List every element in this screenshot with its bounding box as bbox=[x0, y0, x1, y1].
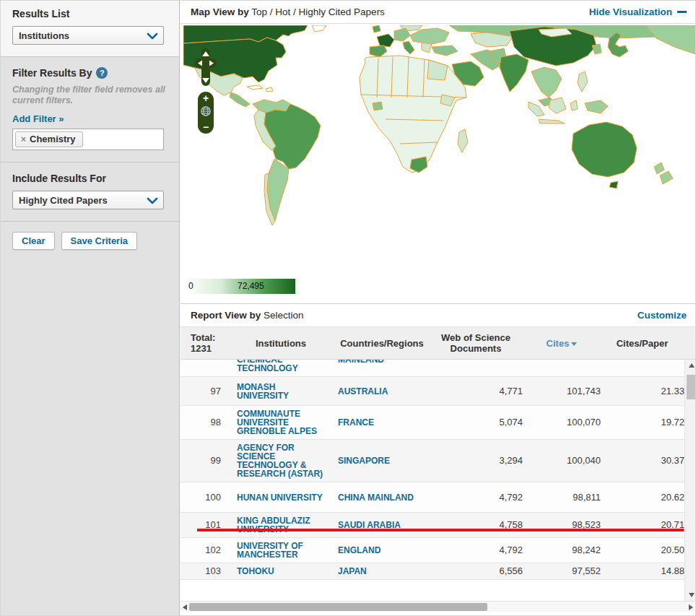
scroll-down-button[interactable] bbox=[685, 589, 696, 601]
results-list-selected-value: Institutions bbox=[19, 30, 69, 41]
include-results-section: Include Results For Highly Cited Papers bbox=[1, 162, 179, 221]
country-link[interactable]: MAINLAND bbox=[335, 360, 429, 364]
map-color-scale-legend: 0 72,495 bbox=[186, 279, 295, 294]
map-zoom-control[interactable]: + − bbox=[198, 92, 214, 134]
cites-paper-cell: 20.50 bbox=[601, 546, 684, 555]
country-link[interactable]: AUSTRALIA bbox=[335, 387, 429, 396]
country-link[interactable]: SINGAPORE bbox=[335, 456, 429, 465]
map-pan-control[interactable] bbox=[195, 48, 217, 86]
rank-cell: 103 bbox=[180, 567, 227, 576]
rank-cell: 100 bbox=[180, 493, 227, 502]
globe-icon[interactable] bbox=[200, 105, 212, 120]
country-link[interactable]: CHINA MAINLAND bbox=[335, 493, 429, 502]
table-header-row: Total: 1231 Institutions Countries/Regio… bbox=[180, 326, 696, 360]
cites-cell: 98,811 bbox=[523, 493, 601, 502]
column-wos-documents: Web of Science Documents bbox=[429, 332, 523, 354]
vertical-scrollbar-thumb[interactable] bbox=[687, 375, 696, 399]
institution-link[interactable]: COMMUNAUTE UNIVERSITE GRENOBLE ALPES bbox=[227, 409, 335, 435]
filter-tag-label: Chemistry bbox=[30, 134, 76, 144]
institution-link[interactable]: CHEMICAL TECHNOLOGY bbox=[227, 360, 335, 373]
continent-africa[interactable] bbox=[360, 56, 468, 173]
docs-cell: 5,074 bbox=[429, 418, 523, 427]
country-link[interactable]: ENGLAND bbox=[335, 546, 429, 555]
rank-cell: 99 bbox=[180, 456, 227, 465]
institution-link[interactable]: TOHOKU bbox=[227, 567, 335, 576]
cites-paper-cell: 21.33 bbox=[601, 387, 684, 396]
zoom-out-button[interactable]: − bbox=[203, 123, 209, 131]
filter-tags-box[interactable]: × Chemistry bbox=[12, 129, 164, 150]
column-institutions: Institutions bbox=[227, 338, 335, 349]
cites-paper-cell: 14.88 bbox=[601, 567, 684, 576]
sidebar-buttons: Clear Save Criteria bbox=[1, 222, 179, 260]
continent-oceania[interactable] bbox=[572, 122, 673, 188]
cites-cell: 101,743 bbox=[523, 387, 601, 396]
world-choropleth-map[interactable] bbox=[183, 25, 696, 271]
column-cites-sort[interactable]: Cites bbox=[523, 338, 601, 349]
customize-link[interactable]: Customize bbox=[638, 310, 687, 321]
remove-filter-icon[interactable]: × bbox=[21, 134, 26, 144]
horizontal-scrollbar[interactable] bbox=[180, 601, 696, 612]
annotation-underline-row-100 bbox=[197, 529, 684, 532]
cites-paper-cell: 19.72 bbox=[601, 418, 684, 427]
institution-link[interactable]: AGENCY FOR SCIENCE TECHNOLOGY & RESEARCH… bbox=[227, 443, 335, 478]
cites-cell: 100,040 bbox=[523, 456, 601, 465]
institution-link[interactable]: HUNAN UNIVERSITY bbox=[227, 493, 335, 502]
include-results-selected-value: Highly Cited Papers bbox=[19, 195, 108, 206]
map-area: + − 0 72,495 bbox=[180, 24, 696, 304]
table-row-100: 100HUNAN UNIVERSITYCHINA MAINLAND4,79298… bbox=[180, 482, 684, 513]
scroll-up-button[interactable] bbox=[685, 360, 696, 371]
hide-visualization-link[interactable]: Hide Visualization bbox=[589, 6, 687, 17]
report-view-header: Report View by Selection Customize bbox=[180, 304, 696, 326]
main-panel: Map View by Top / Hot / Highly Cited Pap… bbox=[180, 1, 696, 616]
column-cites-per-paper: Cites/Paper bbox=[601, 338, 684, 349]
triangle-up-icon bbox=[689, 363, 695, 368]
save-criteria-button[interactable]: Save Criteria bbox=[61, 232, 138, 250]
minus-icon bbox=[677, 11, 687, 13]
docs-cell: 4,771 bbox=[429, 387, 523, 396]
add-filter-link[interactable]: Add Filter » bbox=[12, 113, 64, 124]
table-row-103: 103TOHOKUJAPAN6,55697,55214.88 bbox=[180, 563, 684, 580]
country-link[interactable]: JAPAN bbox=[335, 567, 429, 576]
institution-link[interactable]: MONASH UNIVERSITY bbox=[227, 383, 335, 400]
help-icon[interactable]: ? bbox=[96, 67, 108, 79]
continent-south-america[interactable] bbox=[253, 100, 321, 225]
sidebar: Results List Institutions Filter Results… bbox=[1, 1, 180, 616]
cites-cell: 97,552 bbox=[523, 567, 601, 576]
scroll-left-button[interactable] bbox=[180, 602, 189, 612]
results-list-title: Results List bbox=[12, 8, 168, 19]
report-view-title: Report View by Selection bbox=[191, 310, 304, 321]
table-row-102: 102UNIVERSITY OF MANCHESTERENGLAND4,7929… bbox=[180, 538, 684, 563]
cites-paper-cell: 20.62 bbox=[601, 493, 684, 502]
zoom-in-button[interactable]: + bbox=[203, 94, 209, 103]
scroll-right-button[interactable] bbox=[687, 602, 695, 612]
triangle-right-icon bbox=[689, 604, 693, 610]
docs-cell: 4,792 bbox=[429, 493, 523, 502]
docs-cell: 3,294 bbox=[429, 456, 523, 465]
map-view-header: Map View by Top / Hot / Highly Cited Pap… bbox=[180, 1, 696, 24]
table-row-101: 101KING ABDULAZIZ UNIVERSITYSAUDI ARABIA… bbox=[180, 513, 684, 538]
map-view-title: Map View by Top / Hot / Highly Cited Pap… bbox=[191, 6, 385, 17]
table-row-98: 98COMMUNAUTE UNIVERSITE GRENOBLE ALPESFR… bbox=[180, 406, 684, 440]
continent-europe[interactable] bbox=[370, 25, 458, 57]
clear-button[interactable]: Clear bbox=[12, 232, 55, 250]
horizontal-scrollbar-thumb[interactable] bbox=[189, 603, 487, 611]
rank-cell: 102 bbox=[180, 546, 227, 555]
triangle-left-icon bbox=[183, 604, 187, 610]
cites-paper-cell: 30.37 bbox=[601, 456, 684, 465]
institution-link[interactable]: UNIVERSITY OF MANCHESTER bbox=[227, 542, 335, 559]
filter-tag-chemistry[interactable]: × Chemistry bbox=[15, 131, 83, 147]
include-results-select[interactable]: Highly Cited Papers bbox=[12, 191, 164, 209]
results-list-section: Results List Institutions bbox=[1, 1, 179, 57]
results-list-select[interactable]: Institutions bbox=[12, 26, 164, 45]
rank-cell: 97 bbox=[180, 387, 227, 396]
country-link[interactable]: FRANCE bbox=[335, 418, 429, 427]
legend-min-value: 0 bbox=[188, 281, 193, 291]
continent-asia[interactable] bbox=[490, 27, 628, 123]
table-row: CHEMICAL TECHNOLOGYMAINLAND bbox=[180, 360, 684, 377]
vertical-scrollbar[interactable] bbox=[684, 360, 696, 601]
legend-max-value: 72,495 bbox=[238, 281, 264, 291]
chevron-down-icon bbox=[146, 196, 159, 209]
sort-down-icon bbox=[571, 342, 577, 346]
cites-cell: 98,242 bbox=[523, 546, 601, 555]
chevron-down-icon bbox=[146, 31, 159, 44]
